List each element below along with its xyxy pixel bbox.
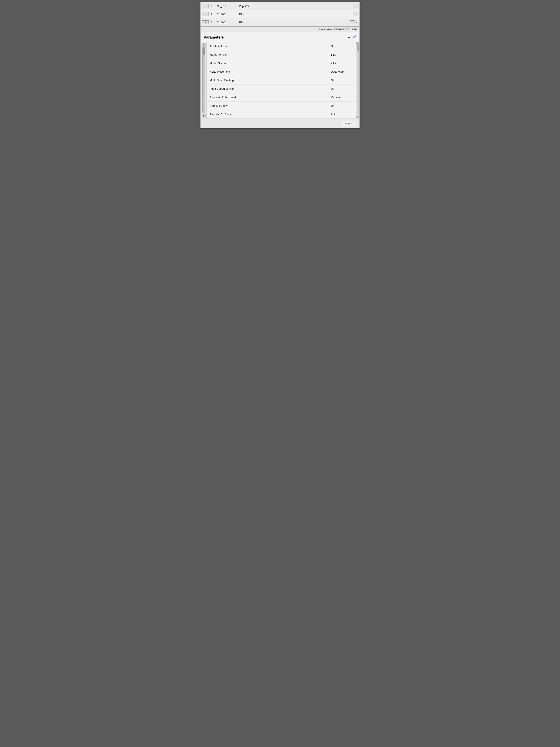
- scroll-right-track: [357, 45, 359, 115]
- param-value: Off: [331, 79, 353, 82]
- param-name: Feed Speed Limiter: [210, 87, 331, 90]
- param-row-pressure-roller: Pressure Roller Load Medium: [207, 93, 356, 102]
- remove-button[interactable]: −: [350, 20, 355, 24]
- scroll-down-button[interactable]: ▼: [202, 114, 206, 118]
- param-row-multi-strike: Multi-Strike Printing Off: [207, 76, 356, 84]
- param-row-remove-skew: Remove Skew On: [207, 102, 356, 110]
- param-name: Media Suction: [210, 61, 331, 65]
- param-row-head-movement: Head Movement Data Width: [207, 68, 356, 76]
- remove-button[interactable]: −: [353, 12, 358, 16]
- param-name: Remove Skew: [210, 104, 331, 107]
- scroll-right-thumb[interactable]: [357, 45, 359, 51]
- media-name: E-1000...: [217, 21, 239, 24]
- navigate-arrow-button[interactable]: →: [202, 12, 209, 16]
- param-value: 2 Lv: [331, 61, 353, 65]
- left-scrollbar: ▲ ▼: [201, 42, 207, 119]
- app-container: → 6 NS_Pho... Paper/O... − → 7 E-1000...…: [201, 2, 359, 128]
- media-list: → 6 NS_Pho... Paper/O... − → 7 E-1000...…: [201, 2, 359, 27]
- parameters-header: Parameters +: [201, 32, 359, 42]
- table-row: → 8 E-1000... Film − ▼: [201, 18, 359, 26]
- last-update-row: Last Update 6/30/2021 3:37:24 PM: [201, 27, 359, 32]
- media-type: Film: [239, 21, 350, 24]
- param-name: Multi-Strike Printing: [210, 79, 331, 82]
- scroll-track: [203, 47, 205, 113]
- param-name: Periodic CL Cycle: [210, 113, 331, 116]
- table-row: → 7 E-1000... Film −: [201, 10, 359, 18]
- navigate-arrow-button[interactable]: →: [202, 4, 209, 8]
- parameters-list-container: ▲ ▼ Additional Dryer On Media Tension 1 …: [201, 42, 359, 119]
- param-value: Off: [331, 87, 353, 90]
- header-actions: +: [348, 35, 356, 40]
- edit-icon: [352, 35, 356, 39]
- param-name: Pressure Roller Load: [210, 96, 331, 99]
- add-parameter-button[interactable]: +: [348, 35, 350, 40]
- param-value: Medium: [331, 96, 353, 99]
- last-update-value: 6/30/2021 3:37:24 PM: [334, 28, 357, 31]
- param-row-media-tension: Media Tension 1 Lv: [207, 50, 356, 59]
- media-type: Paper/O...: [239, 5, 353, 7]
- parameters-title: Parameters: [204, 35, 224, 40]
- scroll-right-up-button[interactable]: ▲: [356, 42, 359, 45]
- row-number: 8: [211, 21, 215, 24]
- row-number: 7: [211, 13, 215, 16]
- media-name: NS_Pho...: [217, 5, 239, 7]
- param-name: Additional Dryer: [210, 45, 331, 48]
- param-value: 1 Lv: [331, 53, 353, 56]
- param-name: Media Tension: [210, 53, 331, 56]
- media-type: Film: [239, 13, 353, 16]
- apply-button[interactable]: Apply: [341, 121, 356, 126]
- param-row-additional-dryer: Additional Dryer On: [207, 42, 356, 50]
- navigate-arrow-button[interactable]: →: [202, 20, 209, 24]
- scroll-up-button[interactable]: ▲: [202, 43, 206, 47]
- remove-button[interactable]: −: [353, 4, 358, 8]
- param-value: Data Width: [331, 70, 353, 73]
- scroll-down-indicator: ▼: [355, 21, 358, 24]
- parameters-list: Additional Dryer On Media Tension 1 Lv M…: [207, 42, 356, 119]
- edit-parameter-button[interactable]: [352, 35, 356, 40]
- apply-area: Apply: [201, 119, 359, 128]
- right-scrollbar: ▲ ▼: [356, 42, 359, 119]
- last-update-label: Last Update: [319, 28, 332, 31]
- param-value: On: [331, 45, 353, 48]
- param-row-periodic-cl: Periodic CL Cycle Auto: [207, 110, 356, 119]
- parameters-section: Parameters + ▲ ▼: [201, 32, 359, 128]
- param-row-media-suction: Media Suction 2 Lv: [207, 59, 356, 68]
- table-row: → 6 NS_Pho... Paper/O... −: [201, 2, 359, 10]
- media-name: E-1000...: [217, 13, 239, 16]
- row-number: 6: [211, 5, 215, 7]
- scroll-right-down-button[interactable]: ▼: [356, 115, 359, 118]
- param-row-feed-speed: Feed Speed Limiter Off: [207, 84, 356, 93]
- param-value: On: [331, 104, 353, 107]
- scroll-thumb[interactable]: [203, 48, 205, 55]
- param-value: Auto: [331, 113, 353, 116]
- param-name: Head Movement: [210, 70, 331, 73]
